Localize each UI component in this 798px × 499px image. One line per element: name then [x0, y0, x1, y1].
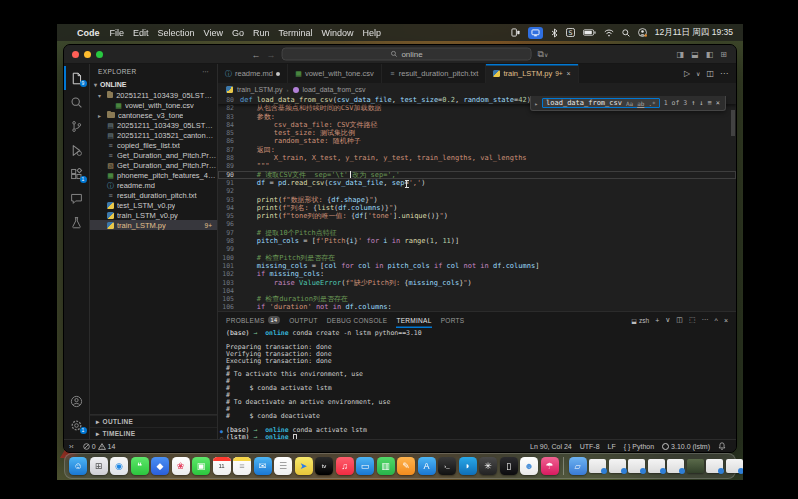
- menu-edit[interactable]: Edit: [133, 28, 149, 38]
- minimized-window-thumbnail[interactable]: [667, 459, 684, 473]
- toggle-panel-icon[interactable]: ⬓: [691, 50, 699, 59]
- tree-item-get_duration_and_pitch.praat.zip[interactable]: ▧Get_Duration_and_Pitch.Praat.zip: [90, 160, 217, 170]
- minimized-window-thumbnail[interactable]: [589, 459, 606, 473]
- dock-safari-icon[interactable]: ◉: [110, 457, 128, 475]
- panel-layout-icon[interactable]: ⧉∨: [538, 49, 549, 60]
- close-panel-icon[interactable]: ×: [724, 317, 728, 324]
- panel-tab-terminal[interactable]: TERMINAL: [396, 312, 431, 328]
- maximize-panel-icon[interactable]: ^: [715, 317, 718, 324]
- settings-gear-icon[interactable]: 1: [64, 413, 90, 437]
- dock-facetime-icon[interactable]: ▣: [192, 457, 210, 475]
- maximize-window-button[interactable]: [96, 51, 103, 58]
- tree-item-20251211_103439_05lstm_c19b0340[interactable]: ▾20251211_103439_05LSTM_c19b0340: [90, 90, 217, 100]
- encoding-status[interactable]: UTF-8: [576, 443, 604, 450]
- minimized-window-thumbnail[interactable]: [687, 459, 704, 473]
- tree-item-train_lstm.py[interactable]: train_LSTM.py9+: [90, 220, 217, 230]
- dock-photos-icon[interactable]: ❀: [172, 457, 190, 475]
- dock-contacts-icon[interactable]: ☻: [520, 457, 538, 475]
- find-in-selection-icon[interactable]: ≡: [708, 99, 712, 107]
- command-decoration[interactable]: ●: [220, 428, 223, 435]
- minimize-window-button[interactable]: [84, 51, 91, 58]
- tree-item-vowel_with_tone.csv[interactable]: ▦vowel_with_tone.csv: [90, 100, 217, 110]
- dock-launchpad-icon[interactable]: ⊞: [90, 457, 108, 475]
- panel-tab-problems[interactable]: PROBLEMS14: [226, 312, 280, 328]
- breadcrumb-symbol[interactable]: load_data_from_csv: [303, 86, 366, 93]
- minimized-window-thumbnail[interactable]: [726, 459, 743, 473]
- menu-view[interactable]: View: [204, 28, 223, 38]
- run-debug-icon[interactable]: [64, 138, 90, 162]
- whole-word-icon[interactable]: ab: [637, 100, 644, 107]
- new-terminal-icon[interactable]: +: [655, 317, 659, 324]
- account-icon[interactable]: [64, 389, 90, 413]
- toggle-primary-sidebar-icon[interactable]: ◨: [677, 50, 685, 59]
- dock-keynote-icon[interactable]: ▭: [356, 457, 374, 475]
- find-input[interactable]: load_data_from_csv Aa ab .*: [542, 98, 660, 108]
- close-window-button[interactable]: [72, 51, 79, 58]
- tree-item-result_duration_pitch.txt[interactable]: ≡result_duration_pitch.txt: [90, 190, 217, 200]
- minimized-window-thumbnail[interactable]: [609, 459, 626, 473]
- dock-downloads-folder-icon[interactable]: ▱: [569, 457, 587, 475]
- tab-readme.md[interactable]: ⓘreadme.md: [218, 64, 288, 83]
- tree-item-get_duration_and_pitch.praat[interactable]: ≡Get_Duration_and_Pitch.Praat: [90, 150, 217, 160]
- remote-indicator[interactable]: ›‹: [64, 440, 79, 452]
- dock-app-store-icon[interactable]: A: [418, 457, 436, 475]
- dock-mail-icon[interactable]: ✉: [254, 457, 272, 475]
- timeline-section[interactable]: ▸ TIMELINE: [90, 427, 217, 439]
- minimized-window-thumbnail[interactable]: [706, 459, 723, 473]
- testing-icon[interactable]: [64, 210, 90, 234]
- customize-layout-icon[interactable]: ⊞: [720, 50, 727, 59]
- dock-messages-icon[interactable]: ❝: [131, 457, 149, 475]
- minimized-window-thumbnail[interactable]: [628, 459, 645, 473]
- navigate-forward-icon[interactable]: →: [267, 49, 276, 59]
- explorer-icon[interactable]: 9: [64, 66, 90, 90]
- command-decoration[interactable]: ○: [220, 435, 223, 439]
- panel-tab-output[interactable]: OUTPUT: [289, 312, 318, 328]
- extensions-icon[interactable]: 1: [64, 162, 90, 186]
- menu-window[interactable]: Window: [321, 28, 353, 38]
- menu-file[interactable]: File: [110, 28, 125, 38]
- eol-status[interactable]: LF: [604, 443, 620, 450]
- dock-reminders-icon[interactable]: ☰: [274, 457, 292, 475]
- close-tab-icon[interactable]: ×: [567, 70, 571, 77]
- user-account-icon[interactable]: [638, 27, 647, 39]
- wifi-icon[interactable]: [604, 27, 614, 39]
- menu-terminal[interactable]: Terminal: [278, 28, 312, 38]
- terminal-shell-picker[interactable]: ⬓zsh: [631, 317, 649, 324]
- regex-icon[interactable]: .*: [648, 100, 655, 107]
- battery-icon[interactable]: [583, 27, 596, 39]
- notifications-bell-icon[interactable]: [714, 442, 730, 450]
- dock-calendar-icon[interactable]: 11: [213, 457, 231, 475]
- menu-selection[interactable]: Selection: [158, 28, 195, 38]
- navigate-back-icon[interactable]: ←: [252, 49, 261, 59]
- input-source-icon[interactable]: S: [566, 27, 575, 39]
- terminal-dropdown-icon[interactable]: ∨: [665, 316, 670, 324]
- dock-maps-icon[interactable]: ➤: [295, 457, 313, 475]
- tab-vowel_with_tone.csv[interactable]: ▦vowel_with_tone.csv: [288, 64, 382, 83]
- menu-go[interactable]: Go: [232, 28, 244, 38]
- menu-help[interactable]: Help: [362, 28, 381, 38]
- dock-terminal-icon[interactable]: ›_: [438, 457, 456, 475]
- tree-item-train_lstm_v0.py[interactable]: train_LSTM_v0.py: [90, 210, 217, 220]
- dock-pages-icon[interactable]: ✎: [397, 457, 415, 475]
- problems-status[interactable]: 0 14: [79, 443, 120, 450]
- terminal-output[interactable]: (base) → online conda create -n lstm pyt…: [218, 328, 736, 439]
- spotlight-icon[interactable]: [622, 27, 630, 39]
- dock-dark-sphere-app-icon[interactable]: ✳: [479, 457, 497, 475]
- breadcrumb-file[interactable]: train_LSTM.py: [237, 86, 283, 93]
- outline-section[interactable]: ▸ OUTLINE: [90, 415, 217, 427]
- kill-terminal-icon[interactable]: ⬚: [689, 316, 696, 324]
- find-close-icon[interactable]: ×: [716, 99, 720, 107]
- bluetooth-icon[interactable]: [551, 27, 558, 39]
- tree-item-20251211_103521_cantonese__c32e...[interactable]: ▤20251211_103521_cantonese__c32e...: [90, 130, 217, 140]
- screen-sharing-icon[interactable]: [528, 27, 543, 39]
- explorer-more-actions-icon[interactable]: ⋯: [202, 68, 209, 76]
- tab-train_lstm.py[interactable]: train_LSTM.py9+×: [486, 64, 578, 83]
- panel-more-icon[interactable]: ⋯: [702, 316, 709, 324]
- panel-tab-debug-console[interactable]: DEBUG CONSOLE: [327, 312, 388, 328]
- command-center-search[interactable]: online: [282, 48, 532, 61]
- cursor-position-status[interactable]: Ln 90, Col 24: [526, 443, 576, 450]
- tree-item-20251211_103439_05lstm_c19b03...[interactable]: ▤20251211_103439_05LSTM_c19b03...: [90, 120, 217, 130]
- dock-passwords-icon[interactable]: ◆: [151, 457, 169, 475]
- dock-numbers-icon[interactable]: ▥: [377, 457, 395, 475]
- find-next-icon[interactable]: ↓: [699, 99, 703, 107]
